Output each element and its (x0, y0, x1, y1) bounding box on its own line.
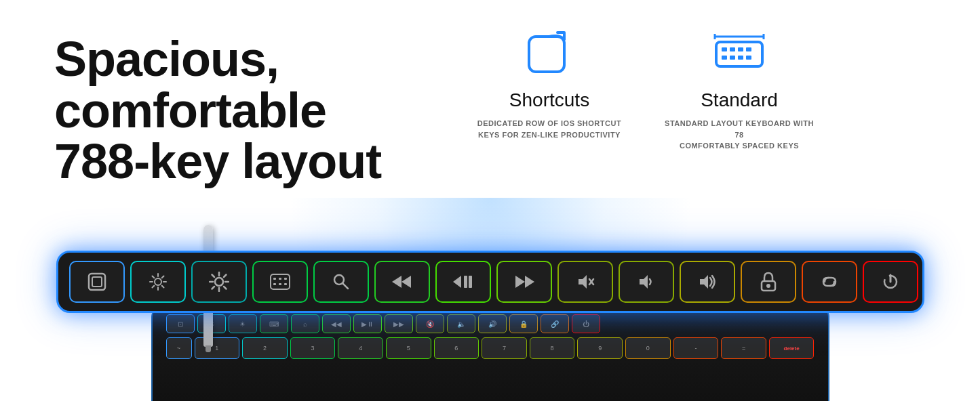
small-key-rew[interactable]: ◀◀ (322, 314, 351, 333)
key-power[interactable] (863, 261, 918, 303)
key-play-pause[interactable] (435, 261, 491, 303)
key-4[interactable]: 4 (338, 337, 383, 359)
small-fn-row: ⊡ ✳ ☀ ⌨ ⌕ ◀◀ ▶⏸ ▶▶ 🔇 🔈 🔊 🔒 🔗 ⏻ (166, 314, 815, 333)
key-brightness-down[interactable] (130, 261, 186, 303)
key-rewind[interactable] (374, 261, 430, 303)
headline: Spacious,comfortable788-key layout (54, 34, 448, 188)
small-key-play[interactable]: ▶⏸ (353, 314, 382, 333)
svg-rect-4 (738, 47, 743, 51)
svg-rect-0 (529, 37, 564, 72)
small-key-kbd[interactable]: ⌨ (260, 314, 288, 333)
shortcuts-title: Shortcuts (509, 89, 589, 111)
svg-marker-44 (453, 276, 461, 288)
svg-rect-39 (284, 283, 287, 285)
key-tilde[interactable]: ~ (166, 337, 192, 359)
key-volume-down[interactable] (619, 261, 674, 303)
keyboard-standard-icon (712, 27, 766, 81)
small-key-search[interactable]: ⌕ (291, 314, 319, 333)
svg-marker-49 (579, 275, 587, 289)
keyboard-bottom: ⊡ ✳ ☀ ⌨ ⌕ ◀◀ ▶⏸ ▶▶ 🔇 🔈 🔊 🔒 🔗 ⏻ ~ 1 2 (151, 306, 829, 401)
svg-rect-2 (722, 47, 727, 51)
svg-rect-45 (464, 276, 467, 288)
key-8[interactable]: 8 (530, 337, 575, 359)
key-search[interactable] (313, 261, 369, 303)
key-lock[interactable] (741, 261, 796, 303)
svg-rect-46 (469, 276, 472, 288)
standard-title: Standard (701, 89, 778, 111)
key-delete[interactable]: delete (769, 337, 815, 359)
key-mute[interactable] (557, 261, 613, 303)
feature-standard: Standard STANDARD LAYOUT KEYBOARD WITH 7… (665, 27, 814, 152)
shortcuts-desc: DEDICATED ROW OF iOS SHORTCUT KEYS FOR Z… (477, 118, 621, 140)
svg-rect-36 (284, 278, 287, 280)
small-key-vol-up[interactable]: 🔊 (478, 314, 507, 333)
svg-rect-38 (279, 283, 281, 285)
svg-line-32 (212, 287, 214, 289)
svg-line-41 (342, 283, 348, 289)
key-equals[interactable]: = (721, 337, 766, 359)
key-link[interactable] (802, 261, 857, 303)
key-minus[interactable]: - (673, 337, 719, 359)
key-screen[interactable] (69, 261, 125, 303)
shortcuts-icon (522, 27, 576, 81)
small-key-vol-dn[interactable]: 🔈 (447, 314, 475, 333)
svg-line-20 (152, 276, 154, 278)
svg-line-23 (152, 286, 154, 288)
number-row: ~ 1 2 3 4 5 6 7 8 9 0 - = delete (166, 337, 815, 359)
svg-marker-53 (700, 275, 708, 289)
svg-rect-7 (730, 56, 735, 60)
key-1[interactable]: 1 (195, 337, 240, 359)
svg-marker-52 (640, 275, 648, 289)
svg-point-24 (215, 278, 223, 286)
svg-line-29 (212, 275, 214, 278)
svg-marker-43 (392, 276, 401, 288)
key-keyboard[interactable] (252, 261, 308, 303)
features-section: Shortcuts DEDICATED ROW OF iOS SHORTCUT … (475, 27, 868, 152)
svg-rect-13 (89, 274, 105, 290)
svg-rect-35 (279, 278, 281, 280)
small-key-link[interactable]: 🔗 (541, 314, 569, 333)
key-2[interactable]: 2 (242, 337, 288, 359)
svg-line-21 (161, 286, 163, 288)
small-key-power[interactable]: ⏻ (572, 314, 600, 333)
key-3[interactable]: 3 (290, 337, 336, 359)
svg-rect-37 (273, 283, 276, 285)
standard-desc: STANDARD LAYOUT KEYBOARD WITH 78 COMFORT… (665, 118, 814, 152)
svg-line-31 (224, 275, 227, 278)
svg-line-30 (224, 287, 227, 289)
svg-rect-1 (716, 42, 762, 66)
page-container: Spacious,comfortable788-key layout Short… (0, 0, 980, 401)
svg-marker-42 (401, 276, 411, 288)
left-section: Spacious,comfortable788-key layout (54, 34, 448, 188)
svg-line-22 (161, 276, 163, 278)
key-0[interactable]: 0 (625, 337, 671, 359)
feature-shortcuts: Shortcuts DEDICATED ROW OF iOS SHORTCUT … (475, 27, 624, 140)
key-7[interactable]: 7 (482, 337, 527, 359)
key-volume-up[interactable] (680, 261, 735, 303)
small-key-bright-up[interactable]: ☀ (229, 314, 257, 333)
key-brightness-up[interactable] (191, 261, 247, 303)
small-key-lock[interactable]: 🔒 (509, 314, 538, 333)
key-fast-forward[interactable] (496, 261, 552, 303)
svg-rect-8 (738, 56, 743, 60)
svg-marker-47 (515, 276, 525, 288)
svg-rect-3 (730, 47, 735, 51)
keyboard-top-row (56, 251, 924, 313)
small-key-mute[interactable]: 🔇 (416, 314, 444, 333)
svg-point-15 (155, 278, 161, 285)
key-5[interactable]: 5 (386, 337, 431, 359)
svg-rect-5 (746, 47, 751, 51)
svg-rect-6 (722, 56, 727, 60)
svg-rect-34 (273, 278, 276, 280)
key-6[interactable]: 6 (434, 337, 479, 359)
svg-rect-9 (746, 56, 751, 60)
svg-rect-33 (271, 274, 290, 289)
key-9[interactable]: 9 (577, 337, 623, 359)
svg-rect-14 (92, 277, 102, 287)
svg-point-55 (766, 284, 770, 288)
small-key-screen[interactable]: ⊡ (166, 314, 195, 333)
small-key-ff[interactable]: ▶▶ (385, 314, 413, 333)
svg-marker-48 (525, 276, 534, 288)
